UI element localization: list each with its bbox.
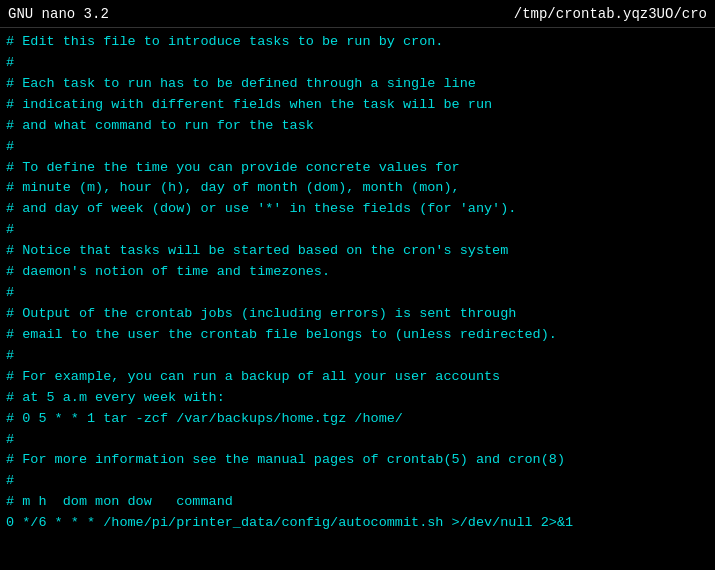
title-bar: GNU nano 3.2 /tmp/crontab.yqz3UO/cro bbox=[0, 0, 715, 28]
line-9: # and day of week (dow) or use '*' in th… bbox=[6, 199, 709, 220]
line-17: # For example, you can run a backup of a… bbox=[6, 367, 709, 388]
line-20: # bbox=[6, 430, 709, 451]
line-5: # and what command to run for the task bbox=[6, 116, 709, 137]
line-4: # indicating with different fields when … bbox=[6, 95, 709, 116]
line-22: # bbox=[6, 471, 709, 492]
line-7: # To define the time you can provide con… bbox=[6, 158, 709, 179]
line-18: # at 5 a.m every week with: bbox=[6, 388, 709, 409]
line-11: # Notice that tasks will be started base… bbox=[6, 241, 709, 262]
line-24: 0 */6 * * * /home/pi/printer_data/config… bbox=[6, 513, 709, 534]
line-1: # Edit this file to introduce tasks to b… bbox=[6, 32, 709, 53]
file-path: /tmp/crontab.yqz3UO/cro bbox=[514, 6, 707, 22]
line-8: # minute (m), hour (h), day of month (do… bbox=[6, 178, 709, 199]
line-23: # m h dom mon dow command bbox=[6, 492, 709, 513]
line-13: # bbox=[6, 283, 709, 304]
line-10: # bbox=[6, 220, 709, 241]
line-6: # bbox=[6, 137, 709, 158]
editor-content[interactable]: # Edit this file to introduce tasks to b… bbox=[0, 28, 715, 570]
line-2: # bbox=[6, 53, 709, 74]
line-16: # bbox=[6, 346, 709, 367]
line-12: # daemon's notion of time and timezones. bbox=[6, 262, 709, 283]
line-21: # For more information see the manual pa… bbox=[6, 450, 709, 471]
line-14: # Output of the crontab jobs (including … bbox=[6, 304, 709, 325]
line-19: # 0 5 * * 1 tar -zcf /var/backups/home.t… bbox=[6, 409, 709, 430]
line-15: # email to the user the crontab file bel… bbox=[6, 325, 709, 346]
app-title: GNU nano 3.2 bbox=[8, 6, 109, 22]
terminal-window: GNU nano 3.2 /tmp/crontab.yqz3UO/cro # E… bbox=[0, 0, 715, 570]
line-3: # Each task to run has to be defined thr… bbox=[6, 74, 709, 95]
